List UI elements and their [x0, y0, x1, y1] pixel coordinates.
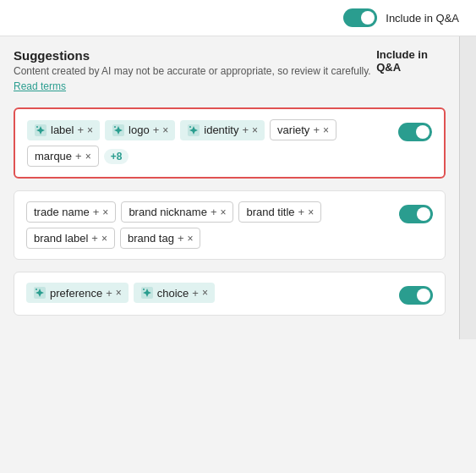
svg-point-9	[143, 289, 145, 290]
card-2-content: trade name+×brand nickname+×brand title+…	[26, 201, 389, 249]
card-1-tag-4: marque+×	[27, 146, 99, 167]
tag-plus-1-2[interactable]: +	[298, 206, 305, 218]
tag-remove-1-0[interactable]: ×	[102, 206, 108, 218]
tag-label-1-1: brand nickname	[129, 206, 207, 218]
card-1-content: label+× logo+× identity+×variety+×marque…	[27, 119, 388, 167]
tag-label-0-3: variety	[277, 124, 309, 136]
tag-plus-1-0[interactable]: +	[93, 206, 100, 218]
tag-label-0-2: identity	[204, 124, 238, 136]
tag-plus-1-3[interactable]: +	[91, 232, 98, 245]
suggestions-desc: Content created by AI may not be accurat…	[14, 65, 376, 92]
tag-plus-0-1[interactable]: +	[153, 124, 160, 136]
suggestions-description-text: Content created by AI may not be accurat…	[14, 65, 371, 77]
card-3-tag-1: choice+×	[134, 283, 215, 303]
tag-remove-1-1[interactable]: ×	[220, 206, 226, 218]
card-2-tag-3: brand label+×	[26, 228, 115, 249]
tag-plus-2-0[interactable]: +	[106, 287, 112, 300]
card-1-more-badge[interactable]: +8	[104, 149, 129, 164]
read-terms-link[interactable]: Read terms	[14, 80, 66, 92]
main-area: Suggestions Content created by AI may no…	[0, 36, 476, 339]
card-2-tag-1: brand nickname+×	[121, 201, 233, 223]
scrollbar[interactable]	[459, 36, 476, 339]
tag-remove-0-0[interactable]: ×	[87, 124, 93, 136]
cards-container: label+× logo+× identity+×variety+×marque…	[14, 107, 446, 316]
tag-label-0-0: label	[51, 124, 74, 136]
card-2-tag-4: brand tag+×	[120, 228, 201, 249]
content-area: Suggestions Content created by AI may no…	[0, 36, 459, 339]
suggestions-header: Suggestions Content created by AI may no…	[14, 48, 376, 92]
card-3-toggle-area	[399, 283, 433, 305]
tag-remove-0-3[interactable]: ×	[323, 124, 329, 136]
tag-plus-0-0[interactable]: +	[77, 124, 84, 136]
card-1-tag-3: variety+×	[270, 119, 336, 140]
card-3-tag-0: preference+×	[26, 283, 129, 303]
tag-label-1-0: trade name	[34, 206, 90, 218]
tag-remove-1-4[interactable]: ×	[187, 233, 193, 245]
tag-plus-1-4[interactable]: +	[178, 232, 184, 245]
tag-plus-0-2[interactable]: +	[242, 124, 249, 136]
card-1-tags: label+× logo+× identity+×variety+×marque…	[27, 119, 388, 167]
card-1-toggle[interactable]	[398, 123, 432, 141]
tag-label-1-3: brand label	[34, 232, 88, 245]
suggestions-title: Suggestions	[14, 48, 376, 63]
top-bar: Include in Q&A	[0, 0, 476, 36]
card-3-tags: preference+× choice+×	[26, 283, 389, 303]
card-2-tag-0: trade name+×	[26, 201, 116, 223]
tag-plus-0-4[interactable]: +	[75, 150, 82, 162]
card-2-toggle[interactable]	[399, 205, 433, 223]
tag-label-0-4: marque	[35, 150, 72, 162]
tag-plus-2-1[interactable]: +	[192, 287, 199, 300]
column-header: Include in Q&A	[376, 48, 446, 74]
tag-plus-1-1[interactable]: +	[211, 206, 217, 218]
tag-remove-2-0[interactable]: ×	[116, 287, 122, 299]
card-2-tag-2: brand title+×	[238, 201, 321, 223]
svg-point-1	[36, 126, 38, 128]
tag-remove-0-4[interactable]: ×	[85, 151, 91, 162]
tag-remove-0-2[interactable]: ×	[252, 124, 258, 136]
card-1-toggle-area	[398, 119, 432, 141]
tag-remove-1-3[interactable]: ×	[101, 233, 107, 245]
card-2-toggle-area	[399, 201, 433, 223]
tag-remove-1-2[interactable]: ×	[308, 206, 314, 218]
tag-remove-0-1[interactable]: ×	[162, 124, 168, 136]
tag-label-0-1: logo	[129, 124, 150, 136]
tag-label-2-1: choice	[157, 287, 189, 300]
card-2: trade name+×brand nickname+×brand title+…	[14, 190, 446, 260]
card-3: preference+× choice+×	[14, 272, 446, 316]
tag-remove-2-1[interactable]: ×	[202, 287, 208, 299]
svg-point-5	[189, 126, 191, 128]
tag-label-1-2: brand title	[246, 206, 294, 218]
card-1-tag-1: logo+×	[105, 120, 175, 140]
tag-plus-0-3[interactable]: +	[313, 124, 320, 136]
tag-label-1-4: brand tag	[128, 232, 174, 245]
card-1: label+× logo+× identity+×variety+×marque…	[14, 107, 446, 179]
card-2-tags: trade name+×brand nickname+×brand title+…	[26, 201, 389, 249]
top-toggle[interactable]	[343, 8, 377, 27]
card-1-tag-0: label+×	[27, 120, 100, 140]
card-3-toggle[interactable]	[399, 286, 433, 305]
card-1-tag-2: identity+×	[180, 120, 265, 140]
svg-point-3	[114, 126, 116, 128]
top-toggle-label: Include in Q&A	[386, 12, 459, 25]
tag-label-2-0: preference	[50, 287, 102, 300]
card-3-content: preference+× choice+×	[26, 283, 389, 303]
svg-point-7	[36, 289, 37, 290]
header-row: Suggestions Content created by AI may no…	[14, 48, 446, 97]
